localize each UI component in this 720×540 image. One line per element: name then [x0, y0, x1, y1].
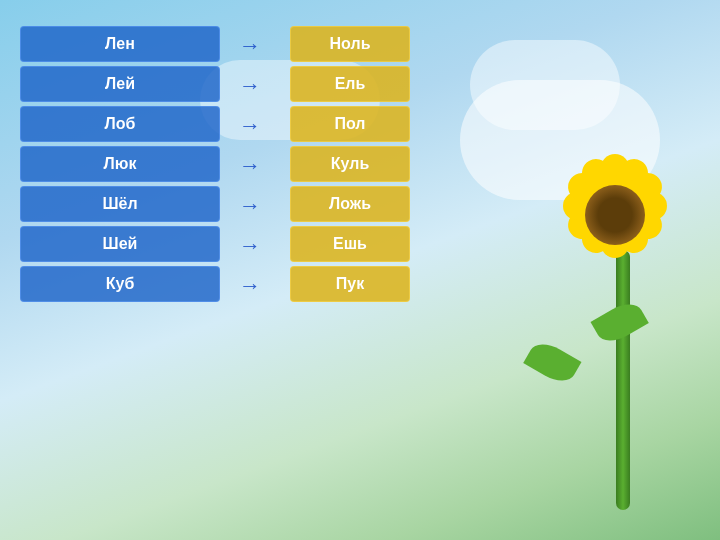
arrow-icon: → — [220, 148, 280, 184]
arrow-icon: → — [220, 188, 280, 224]
left-word-button[interactable]: Шей — [20, 226, 220, 262]
arrow-icon: → — [220, 228, 280, 264]
right-word-column: НольЕльПолКульЛожьЕшьПук — [290, 26, 410, 302]
main-content: ЛенЛейЛобЛюкШёлШейКуб →→→→→→→ НольЕльПол… — [0, 0, 720, 314]
right-word-button[interactable]: Куль — [290, 146, 410, 182]
arrow-icon: → — [220, 108, 280, 144]
arrow-icon: → — [220, 268, 280, 304]
left-word-button[interactable]: Лей — [20, 66, 220, 102]
word-columns: ЛенЛейЛобЛюкШёлШейКуб →→→→→→→ НольЕльПол… — [20, 26, 700, 304]
right-word-button[interactable]: Пук — [290, 266, 410, 302]
arrow-icon: → — [220, 28, 280, 64]
left-word-button[interactable]: Лен — [20, 26, 220, 62]
left-word-button[interactable]: Куб — [20, 266, 220, 302]
right-word-button[interactable]: Ешь — [290, 226, 410, 262]
left-word-button[interactable]: Шёл — [20, 186, 220, 222]
right-word-button[interactable]: Ель — [290, 66, 410, 102]
left-word-column: ЛенЛейЛобЛюкШёлШейКуб — [20, 26, 220, 302]
right-word-button[interactable]: Ноль — [290, 26, 410, 62]
arrow-icon: → — [220, 68, 280, 104]
left-word-button[interactable]: Люк — [20, 146, 220, 182]
right-word-button[interactable]: Пол — [290, 106, 410, 142]
arrows-column: →→→→→→→ — [220, 26, 280, 304]
left-word-button[interactable]: Лоб — [20, 106, 220, 142]
right-word-button[interactable]: Ложь — [290, 186, 410, 222]
